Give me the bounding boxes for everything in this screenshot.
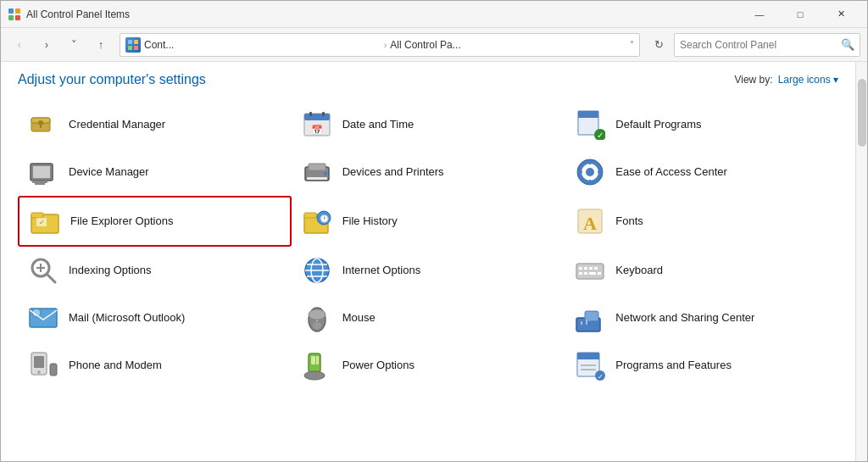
grid-item-network[interactable]: Network and Sharing Center [565,294,838,342]
programs-icon: ✓ [573,348,607,382]
svg-rect-71 [585,311,598,321]
svg-rect-2 [8,15,14,20]
grid-item-internet[interactable]: Internet Options [292,247,565,294]
svg-rect-41 [304,213,316,218]
grid-item-default-programs[interactable]: ✓ Default Programs [565,101,838,148]
indexing-label: Indexing Options [69,264,152,278]
main-content: Adjust your computer's settings View by:… [1,62,855,461]
keyboard-label: Keyboard [615,264,663,278]
view-by-value[interactable]: Large icons ▾ [778,74,838,86]
content-area: Adjust your computer's settings View by:… [1,62,867,461]
scrollbar-thumb[interactable] [858,79,866,147]
svg-rect-15 [322,112,325,116]
svg-rect-59 [594,267,598,270]
keyboard-icon [573,253,607,287]
credential-manager-icon [26,108,60,142]
svg-rect-4 [128,40,132,44]
mouse-label: Mouse [342,311,376,326]
svg-rect-37 [31,213,43,218]
svg-rect-26 [309,164,326,170]
window-title: All Control Panel Items [26,8,740,20]
svg-rect-5 [134,40,138,44]
grid-item-ease-access[interactable]: Ease of Access Center [565,148,838,196]
svg-rect-61 [584,272,587,275]
maximize-button[interactable]: □ [781,1,820,28]
svg-rect-62 [589,272,596,275]
minimize-button[interactable]: — [740,1,779,28]
svg-rect-63 [598,272,601,275]
svg-rect-56 [579,267,582,270]
phone-icon [26,348,60,382]
address-part2: All Control Pa... [390,39,626,51]
refresh-button[interactable]: ↻ [647,33,670,57]
svg-rect-22 [33,166,50,178]
svg-rect-11 [40,125,42,128]
grid-item-programs[interactable]: ✓ Programs and Features [565,342,838,389]
svg-text:✓: ✓ [39,219,45,226]
grid-item-file-history[interactable]: 🕐 File History [292,196,565,247]
close-button[interactable]: ✕ [821,1,860,28]
power-icon [300,348,334,382]
file-history-label: File History [342,214,398,229]
title-bar: All Control Panel Items — □ ✕ [1,1,867,28]
svg-rect-7 [134,46,138,50]
svg-rect-3 [15,15,20,20]
settings-title: Adjust your computer's settings [18,72,206,87]
svg-text:📅: 📅 [311,124,323,136]
search-icon[interactable]: 🔍 [841,38,854,51]
default-programs-icon: ✓ [573,108,607,142]
internet-icon [300,253,334,287]
grid-item-phone[interactable]: Phone and Modem [18,342,292,389]
grid-item-credential-manager[interactable]: Credential Manager [18,101,292,148]
search-bar[interactable]: 🔍 [674,33,860,57]
address-bar[interactable]: Cont... › All Control Pa... ˅ [120,33,640,57]
scrollbar[interactable] [855,62,867,461]
address-dropdown[interactable]: ˅ [630,40,634,49]
address-icon [125,37,141,53]
svg-rect-23 [32,181,47,183]
svg-point-31 [586,168,594,176]
grid-item-fonts[interactable]: A Fonts [565,196,838,247]
grid-item-indexing[interactable]: Indexing Options [18,247,292,294]
title-bar-icon [8,8,21,21]
view-by-label: View by: [734,74,772,86]
fonts-label: Fonts [615,214,643,229]
back-button[interactable]: ‹ [8,33,31,57]
forward-button[interactable]: › [35,33,58,57]
svg-rect-82 [316,356,319,365]
svg-point-69 [313,322,321,329]
up-button[interactable]: ↑ [89,33,113,57]
view-by-control: View by: Large icons ▾ [734,74,838,86]
network-icon [573,301,607,335]
dropdown-button[interactable]: ˅ [62,33,86,57]
grid-item-mail[interactable]: Mail (Microsoft Outlook) [18,294,292,342]
svg-point-78 [37,370,41,374]
svg-point-83 [304,371,325,380]
items-grid: Credential Manager 📅 Date and Time ✓ Def… [18,101,838,389]
file-explorer-label: File Explorer Options [70,214,173,229]
address-part1: Cont... [144,39,381,51]
grid-item-file-explorer[interactable]: ✓ File Explorer Options [18,196,292,247]
grid-item-date-time[interactable]: 📅 Date and Time [292,101,565,148]
search-input[interactable] [680,39,837,51]
svg-text:A: A [583,213,597,234]
grid-item-keyboard[interactable]: Keyboard [565,247,838,294]
settings-header: Adjust your computer's settings View by:… [18,72,838,87]
grid-item-devices-printers[interactable]: Devices and Printers [292,148,565,196]
power-label: Power Options [342,359,415,373]
programs-label: Programs and Features [615,359,732,373]
svg-text:🕐: 🕐 [319,214,329,224]
grid-item-power[interactable]: Power Options [292,342,565,389]
devices-printers-icon [300,155,334,189]
internet-label: Internet Options [342,264,421,278]
grid-item-mouse[interactable]: Mouse [292,294,565,342]
mail-label: Mail (Microsoft Outlook) [69,311,185,326]
address-sep1: › [384,40,387,50]
phone-label: Phone and Modem [69,359,162,373]
grid-item-device-manager[interactable]: Device Manager [18,148,292,196]
mail-icon [26,301,60,335]
ease-access-icon [573,155,607,189]
svg-rect-81 [311,356,315,365]
svg-text:✓: ✓ [598,373,604,381]
svg-rect-18 [578,111,598,118]
